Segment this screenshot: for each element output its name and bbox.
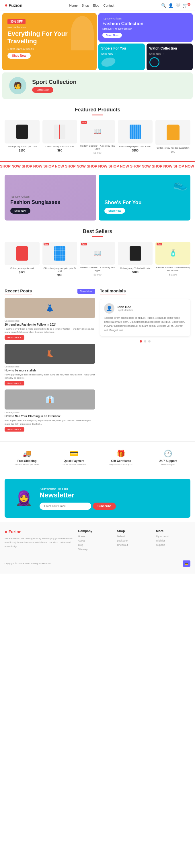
nav-home[interactable]: Home	[69, 4, 78, 7]
hero-shop-btn[interactable]: Shop Now	[7, 53, 31, 59]
logo-dot: ●	[5, 529, 7, 534]
product-name: Modern Glamour – A book by Nita Epple	[80, 266, 115, 272]
shoes-btn[interactable]: Shop Now	[104, 208, 125, 214]
nav-logo[interactable]: ● Fuzion	[5, 2, 22, 8]
hero-badge: 30% OFF	[7, 19, 26, 24]
blog-post-title[interactable]: How to Nail Your Clothing in an Intervie…	[5, 415, 95, 418]
feature-desc: Track Support	[148, 463, 188, 466]
product-image[interactable]: Sale 📖	[80, 242, 115, 265]
hero-collection-btn[interactable]: Shop Now	[102, 33, 122, 38]
features-section: 🚚 Free Shipping Fastest at $75 per order…	[0, 441, 195, 474]
bestsellers-section: Best Sellers Cotton jersey polo shirt $1…	[0, 223, 195, 283]
read-more-btn[interactable]: Read More ↗	[5, 381, 24, 385]
blog-post-title[interactable]: 10 trendiest Fashion to Follow in 2024	[5, 323, 95, 326]
product-name: Cotton jersey polo shirt print	[43, 145, 78, 148]
blog-post: 👢 Uncategorized How to be more stylish H…	[5, 344, 95, 385]
blog-post-image: 👢	[5, 344, 95, 364]
hero-shoe-link[interactable]: Shop Now →	[101, 53, 116, 55]
footer-shop-col: Shop Default Lookbook Checkout	[117, 529, 151, 552]
footer-link[interactable]: Support	[156, 544, 190, 547]
product-price: $100	[118, 271, 153, 274]
product-image[interactable]: Sale 🧴	[156, 242, 190, 265]
read-more-btn[interactable]: Read More ↗	[5, 335, 24, 340]
product-price: $90	[156, 150, 190, 153]
product-image[interactable]	[5, 242, 39, 265]
nav-contact[interactable]: Contact	[103, 4, 114, 7]
hero-watch-link[interactable]: Shop Now →	[149, 53, 165, 55]
product-price: $90	[43, 149, 78, 152]
testimonials-title: Testimonials	[100, 288, 126, 294]
footer-link[interactable]: Home	[78, 535, 112, 538]
shoe-deco: 👟	[173, 178, 188, 191]
cart-icon[interactable]: 🛒0	[183, 3, 190, 8]
read-more-btn[interactable]: Read More ↗	[5, 427, 24, 432]
feature-item: 🕐 24/7 Support Track Support	[146, 447, 190, 468]
dot-active[interactable]	[140, 340, 142, 342]
view-more-btn[interactable]: View More	[78, 289, 95, 294]
testimonial-author: 👤 John Doe Loyal Member	[104, 303, 186, 314]
footer-link[interactable]: About	[78, 539, 112, 542]
feature-desc: 100% Secure Payment	[54, 463, 94, 466]
footer-desc: We are been in the clothing industry and…	[5, 537, 74, 549]
hero-collection-tag: Top New Arrivals	[102, 17, 189, 20]
feature-title: Quick Payment	[54, 459, 94, 463]
product-card: Cotton jersey T-shirt with print $100	[118, 242, 153, 277]
testimonial-card: 👤 John Doe Loyal Member Adipisic lorem o…	[100, 299, 190, 337]
dot[interactable]	[148, 340, 150, 342]
blog-post-image: 👔	[5, 390, 95, 409]
footer-link[interactable]: My account	[156, 535, 190, 538]
footer-link[interactable]: Default	[117, 535, 151, 538]
product-image[interactable]	[5, 120, 39, 144]
shipping-icon: 🚚	[7, 450, 47, 458]
blog-title: Recent Posts	[5, 288, 32, 294]
wishlist-icon[interactable]: 🤍	[175, 3, 180, 8]
blog-post-title[interactable]: How to be more stylish	[5, 369, 95, 372]
product-price: $1,999	[156, 273, 190, 276]
feature-desc: Buy More $100 To $100	[101, 463, 141, 466]
feature-item: 💳 Quick Payment 100% Secure Payment	[52, 447, 96, 468]
product-image[interactable]	[43, 120, 78, 144]
footer-link[interactable]: Checkout	[117, 544, 151, 547]
gift-icon: 🎁	[101, 450, 141, 458]
footer-link[interactable]: Blog	[78, 544, 112, 547]
hero-collection: Top New Arrivals Fashion Collection Disc…	[99, 13, 193, 42]
footer-link[interactable]: Lookbook	[117, 539, 151, 542]
blog-post: 👗 Uncategorized 10 trendiest Fashion to …	[5, 298, 95, 340]
blog-post: 👔 Uncategorized How to Nail Your Clothin…	[5, 390, 95, 431]
feature-item: 🎁 Gift Certificate Buy More $100 To $100	[99, 447, 143, 468]
sport-title: Sport Collection	[32, 79, 76, 85]
sport-btn[interactable]: Shop Now	[32, 87, 53, 93]
shoes-title: Shoe's For You	[104, 199, 185, 206]
product-image[interactable]: Sale	[43, 242, 78, 265]
email-input[interactable]	[39, 503, 91, 510]
product-price: $150	[118, 149, 153, 152]
nav-shop[interactable]: Shop	[82, 4, 89, 7]
hero-watch-title: Watch Collection	[149, 46, 190, 51]
search-icon[interactable]: 🔍	[161, 3, 166, 8]
fashion-btn[interactable]: Shop Now	[10, 208, 30, 214]
support-icon: 🕐	[148, 450, 188, 458]
fashion-tag: Top New Arrivals	[10, 195, 91, 198]
product-name: Old cotton jacquard print T-shirt	[118, 145, 153, 148]
blog-header: Recent Posts View More	[5, 288, 95, 294]
user-icon[interactable]: 👤	[168, 3, 173, 8]
products-grid: Cotton jersey T-shirt polo print $100 Co…	[5, 120, 190, 154]
shoe-decoration	[101, 56, 116, 68]
hero-collection-sub: Discover The New Design	[102, 28, 189, 30]
footer-link[interactable]: Sitemap	[78, 548, 112, 551]
newsletter-section: 🧕 Subscribe To Our Newsletter Subscribe	[5, 479, 190, 518]
nav-blog[interactable]: Blog	[93, 4, 99, 7]
product-name: Cotton jersey polo shirt	[5, 267, 39, 270]
product-image[interactable]: Sale 📖	[80, 120, 115, 143]
footer-link[interactable]: Wishlist	[156, 539, 190, 542]
bestsellers-title: Best Sellers	[5, 228, 190, 235]
footer-logo: ● Fuzion	[5, 529, 74, 534]
dot[interactable]	[144, 340, 146, 342]
footer: ● Fuzion We are been in the clothing ind…	[0, 522, 195, 574]
product-image[interactable]	[118, 120, 153, 144]
product-image[interactable]	[118, 242, 153, 265]
subscribe-btn[interactable]: Subscribe	[93, 503, 116, 510]
product-image[interactable]	[156, 120, 190, 145]
product-name: Cotton jersey T-shirt polo print	[5, 145, 39, 148]
footer-company-title: Company	[78, 529, 112, 533]
